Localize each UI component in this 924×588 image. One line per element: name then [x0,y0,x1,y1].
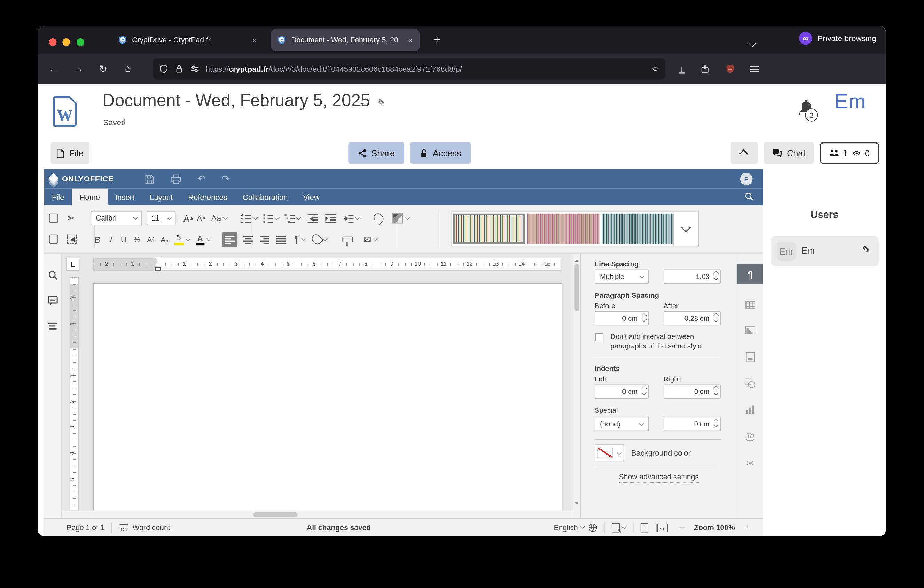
window-minimize-button[interactable] [62,38,70,46]
paragraph-settings-tab[interactable]: ¶ [737,264,763,284]
spellcheck-globe-icon[interactable] [588,523,597,532]
decrease-font-icon[interactable]: A▼ [197,214,206,222]
scroll-down-arrow[interactable] [575,502,579,507]
editor-search-icon[interactable] [744,192,754,201]
search-icon[interactable] [48,270,58,281]
new-tab-button[interactable]: + [434,33,441,46]
edit-title-icon[interactable]: ✎ [377,97,385,108]
home-button[interactable]: ⌂ [119,63,137,75]
paste-icon[interactable] [50,235,58,244]
subscript-button[interactable]: A₂ [160,235,168,244]
superscript-button[interactable]: A² [147,235,155,244]
strikethrough-button[interactable]: S [134,235,140,244]
zoom-in-button[interactable]: + [741,522,754,533]
reload-button[interactable]: ↻ [94,63,112,75]
comments-icon[interactable] [48,296,58,306]
zoom-out-button[interactable]: − [675,522,688,533]
list-tabs-icon[interactable] [749,38,755,48]
redo-icon[interactable]: ↷ [221,174,230,184]
chat-button[interactable]: Chat [764,142,814,164]
justify-button[interactable] [276,235,286,244]
indent-right-input[interactable]: 0 cm [663,385,721,399]
style-swatch[interactable] [602,213,673,244]
highlight-color-button[interactable]: ✎ [175,233,184,245]
menu-tab-insert[interactable]: Insert [107,189,142,205]
word-count-button[interactable]: Word count [133,523,170,532]
tab-close-icon[interactable]: × [407,36,414,44]
horizontal-scrollbar[interactable] [62,511,573,518]
menu-tab-collaboration[interactable]: Collaboration [235,189,295,205]
collaborator-avatar[interactable]: E [740,173,753,185]
left-indent-marker[interactable] [155,267,161,271]
print-icon[interactable] [171,173,181,184]
spacing-after-input[interactable]: 0.28 cm [663,311,721,326]
bold-button[interactable]: B [94,235,101,244]
change-case-icon[interactable]: Aa [211,213,227,223]
menu-tab-file[interactable]: File [44,189,72,205]
fit-width-icon[interactable]: ↔ [656,523,668,532]
special-select[interactable]: (none) [595,417,649,431]
special-value-input[interactable]: 0 cm [663,417,721,431]
scroll-up-arrow[interactable] [575,257,579,262]
font-color-button[interactable]: A [196,234,205,245]
shield-icon[interactable] [159,64,168,74]
table-settings-tab[interactable] [737,295,763,315]
menu-icon[interactable] [750,66,759,73]
font-name-select[interactable]: Calibri [91,211,142,225]
align-left-button[interactable] [222,232,238,247]
window-close-button[interactable] [49,38,56,46]
align-right-button[interactable] [260,235,269,244]
menu-tab-references[interactable]: References [180,189,235,205]
track-changes-icon[interactable] [611,522,620,532]
document-page[interactable] [93,283,562,518]
access-button[interactable]: Access [410,142,471,164]
back-button[interactable]: ← [45,63,63,75]
align-center-button[interactable] [243,235,253,244]
undo-icon[interactable]: ↶ [197,174,206,184]
browser-tab-cryptdrive[interactable]: CryptDrive - CryptPad.fr × [112,29,264,51]
document-title[interactable]: Document - Wed, February 5, 2025✎ [103,91,386,111]
extensions-icon[interactable] [700,64,710,74]
indent-left-input[interactable]: 0 cm [595,385,649,399]
select-all-icon[interactable] [67,235,77,244]
tab-close-icon[interactable]: × [251,36,258,44]
underline-button[interactable]: U [121,235,127,244]
font-size-select[interactable]: 11 [147,211,176,225]
tab-stop-selector[interactable]: L [66,258,79,271]
style-swatch[interactable] [528,213,599,244]
menu-tab-home[interactable]: Home [72,189,107,205]
paragraph-marks-icon[interactable]: ¶ [294,234,299,244]
permissions-icon[interactable] [190,64,200,74]
browser-tab-document[interactable]: Document - Wed, February 5, 20 × [271,29,420,51]
fit-page-icon[interactable]: ↕ [640,522,648,532]
copy-icon[interactable] [50,213,58,223]
share-button[interactable]: Share [348,142,404,164]
menu-tab-view[interactable]: View [295,189,327,205]
styles-expand-button[interactable] [673,212,698,246]
account-avatar[interactable]: Em [835,89,866,113]
shading-bucket-icon[interactable] [312,234,327,244]
downloads-icon[interactable]: ↓ [679,64,685,73]
navigation-icon[interactable] [48,322,58,330]
mail-merge-tab[interactable]: ✉ [737,453,763,473]
url-bar[interactable]: https://cryptpad.fr/doc/#/3/doc/edit/ff0… [153,58,665,80]
image-settings-tab[interactable] [737,320,763,340]
line-spacing-icon[interactable] [343,214,360,223]
cut-icon[interactable]: ✂ [68,213,76,224]
header-footer-settings-tab[interactable] [737,347,763,367]
line-spacing-value[interactable]: 1.08 [663,269,721,284]
vertical-scroll-thumb[interactable] [574,264,579,311]
save-icon[interactable] [144,173,155,184]
increase-indent-icon[interactable] [325,214,336,223]
lock-icon[interactable] [175,64,184,74]
copy-style-icon[interactable] [342,236,353,243]
decrease-indent-icon[interactable] [308,214,318,223]
numbered-list-icon[interactable] [263,214,279,223]
mail-merge-icon[interactable]: ✉ [363,234,371,245]
ublock-icon[interactable] [725,64,734,74]
paragraph-shading-icon[interactable] [393,213,409,223]
horizontal-scroll-thumb[interactable] [254,512,298,517]
bookmark-star-icon[interactable]: ☆ [651,64,659,74]
line-spacing-select[interactable]: Multiple [595,269,649,284]
vertical-scrollbar[interactable] [573,254,580,518]
